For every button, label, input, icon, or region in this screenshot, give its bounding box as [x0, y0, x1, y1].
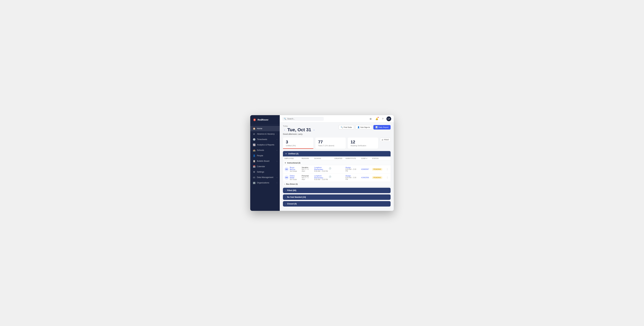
unfilled-section-header[interactable]: ▼ Unfilled (3): [283, 151, 390, 156]
cell-menu-2: ⋮: [384, 173, 390, 182]
search-icon: 🔍: [284, 118, 286, 120]
help-btn[interactable]: ?: [380, 116, 385, 121]
unfilled-table-area: EMPLOYEE REASON SCHOOL CREATED SUBSTITUT…: [283, 156, 390, 186]
reason-type-2: Personal: [302, 175, 311, 177]
sidebar-item-settings[interactable]: ⚙ Settings: [250, 169, 280, 175]
assign-link-2[interactable]: Assign: [346, 175, 358, 177]
search-input[interactable]: [287, 118, 322, 120]
sidebar-item-schools[interactable]: 🏫 Schools ›: [250, 148, 280, 153]
sidebar-item-organizations[interactable]: 🏢 Organizations ›: [250, 180, 280, 186]
col-substitute: SUBSTITUTE: [344, 156, 360, 160]
printer-icon: 🖨: [382, 139, 383, 141]
organizations-icon: 🏢: [253, 182, 255, 184]
bulletin-board-label: Bulletin Board: [257, 160, 275, 162]
absence-vacancy-icon: ⊘: [253, 133, 255, 135]
assign-link-1[interactable]: Assign: [346, 166, 358, 168]
stat-number-unfilled: 3: [286, 140, 310, 144]
reason-date-2: Nov 2 + 2 days: [302, 177, 311, 180]
assign-time-2: 8:00 AM – 3:30 PM: [346, 177, 358, 180]
data-management-icon: 🗃: [253, 176, 255, 179]
copy-icon-btn[interactable]: ⊞: [368, 116, 373, 121]
emp-grade-2: 5th Grade: [290, 179, 298, 180]
cell-created-2: [333, 173, 344, 182]
sidebar-item-absence-vacancy[interactable]: ⊘ Absence & Vacancy ›: [250, 131, 280, 137]
cell-reason-1: Vacation Nov 1 + 6 days: [300, 165, 313, 173]
table-row: DW Debra Webb 5th Grade Personal: [283, 173, 390, 182]
cell-school-1: Longhorn Elementary 🕐 8:00 AM – 3:30 PM: [312, 165, 333, 173]
notification-btn[interactable]: 🔔: [374, 116, 379, 121]
unfilled-section-title: Unfilled (3): [288, 153, 298, 155]
closed-section: › Closed (0): [283, 201, 390, 206]
school-time-2: 8:00 AM – 3:30 PM: [314, 179, 331, 180]
table-header: EMPLOYEE REASON SCHOOL CREATED SUBSTITUT…: [283, 156, 390, 160]
stat-number-awaiting: 12: [350, 140, 375, 144]
conf-number-1[interactable]: #2680587: [361, 168, 369, 170]
no-sub-section-header[interactable]: › No Sub Needed (14): [283, 194, 390, 200]
sidebar-item-calendar[interactable]: 📅 Calendar: [250, 164, 280, 169]
page-header: Today ‹ Tue, Oct 31 › Good afternoon, La…: [283, 125, 390, 135]
sub-section-instructional[interactable]: ▼ Instructional (2): [283, 160, 390, 165]
closed-section-title: Closed (0): [287, 203, 297, 205]
sidebar-navigation: 🏠 Home ⊘ Absence & Vacancy › 🕐 Timesheet…: [250, 124, 280, 211]
sidebar-item-data-management[interactable]: 🗃 Data Management ›: [250, 175, 280, 180]
app-wrapper: RedRover 🏠 Home ⊘ Absence & Vacancy › 🕐 …: [250, 115, 394, 211]
status-badge-2: PENDING: [372, 176, 382, 179]
instructional-toggle-icon: ▼: [284, 162, 286, 164]
col-school: SCHOOL: [312, 156, 333, 160]
next-date-btn[interactable]: ›: [312, 128, 316, 132]
find-subs-button[interactable]: 🔍 Find Subs: [338, 125, 354, 130]
table-body: ▼ Instructional (2) BM: [283, 160, 390, 186]
school-time-1: 8:00 AM – 3:30 PM: [314, 170, 331, 172]
school-name-1[interactable]: Longhorn Elementary: [314, 166, 328, 170]
search-wrapper[interactable]: 🔍: [282, 117, 324, 121]
print-button[interactable]: 🖨 PRINT: [380, 138, 390, 142]
cell-employee-2: DW Debra Webb 5th Grade: [283, 173, 300, 182]
page-content: Today ‹ Tue, Oct 31 › Good afternoon, La…: [280, 122, 394, 211]
stats-row: 3 Unfilled (3%) 77 Total (7.11% absent) …: [283, 138, 390, 149]
greeting-text: Good afternoon, Larry.: [283, 133, 316, 135]
search-small-icon: 🔍: [341, 126, 343, 128]
cell-conf-1: #2680587: [360, 165, 370, 173]
school-name-2[interactable]: Longhorn Elementary: [314, 175, 328, 179]
schools-label: Schools: [257, 149, 275, 151]
sidebar-item-people[interactable]: 👤 People: [250, 153, 280, 158]
sub-section-bus-driver-label: › Bus Driver (1): [283, 182, 390, 186]
unfilled-section: ▼ Unfilled (3) EMPLOYEE REASON SCHOOL CR…: [283, 151, 390, 186]
bulletin-board-chevron: ›: [277, 160, 277, 162]
sidebar-item-home[interactable]: 🏠 Home: [250, 126, 280, 131]
chart-icon: 📊: [376, 126, 378, 128]
settings-icon: ⚙: [253, 171, 255, 173]
closed-section-header[interactable]: › Closed (0): [283, 201, 390, 206]
sidebar-item-bulletin-board[interactable]: 📋 Bulletin Board ›: [250, 158, 280, 164]
analytics-reports-icon: 📈: [253, 144, 255, 146]
emp-name-1[interactable]: Bruce McCoy: [290, 166, 298, 170]
stat-card-awaiting: 12 Awaiting Verification: [348, 138, 378, 149]
bus-driver-toggle-icon: ›: [284, 183, 285, 185]
sub-section-bus-driver[interactable]: › Bus Driver (1): [283, 182, 390, 186]
sidebar-item-timesheets[interactable]: 🕐 Timesheets ›: [250, 137, 280, 142]
emp-grade-1: 3rd Grade: [290, 170, 298, 172]
prev-date-btn[interactable]: ‹: [283, 128, 286, 132]
analytics-reports-label: Analytics & Reports: [257, 144, 277, 146]
row-menu-btn-2[interactable]: ⋮: [386, 176, 389, 179]
row-menu-btn-1[interactable]: ⋮: [386, 168, 389, 171]
emp-name-2[interactable]: Debra Webb: [290, 175, 298, 179]
person-icon: 👤: [358, 126, 360, 128]
closed-toggle-icon: ›: [285, 203, 286, 205]
user-avatar-btn[interactable]: LF: [386, 116, 391, 121]
sub-sign-in-button[interactable]: 👤 Sub Sign-In: [355, 125, 372, 130]
cell-substitute-1: Assign 8:00 AM – 3:30 PM: [344, 165, 360, 173]
clock-icon-1: 🕐: [329, 167, 331, 170]
sidebar-item-analytics-reports[interactable]: 📈 Analytics & Reports: [250, 142, 280, 148]
status-badge-1: PENDING: [372, 168, 382, 170]
conf-number-2[interactable]: #1962556: [361, 176, 369, 178]
stat-label-awaiting: Awaiting Verification: [350, 145, 375, 146]
cell-reason-2: Personal Nov 2 + 2 days: [300, 173, 313, 182]
table-row: BM Bruce McCoy 3rd Grade Vacation: [283, 165, 390, 173]
unfilled-table: EMPLOYEE REASON SCHOOL CREATED SUBSTITUT…: [283, 156, 390, 186]
organizations-label: Organizations: [257, 182, 275, 184]
daily-report-button[interactable]: 📊 Daily Report: [373, 125, 390, 130]
clock-icon-2: 🕐: [329, 176, 331, 178]
stat-label-unfilled: Unfilled (3%): [286, 145, 310, 146]
filled-section-header[interactable]: › Filled (60): [283, 188, 390, 193]
